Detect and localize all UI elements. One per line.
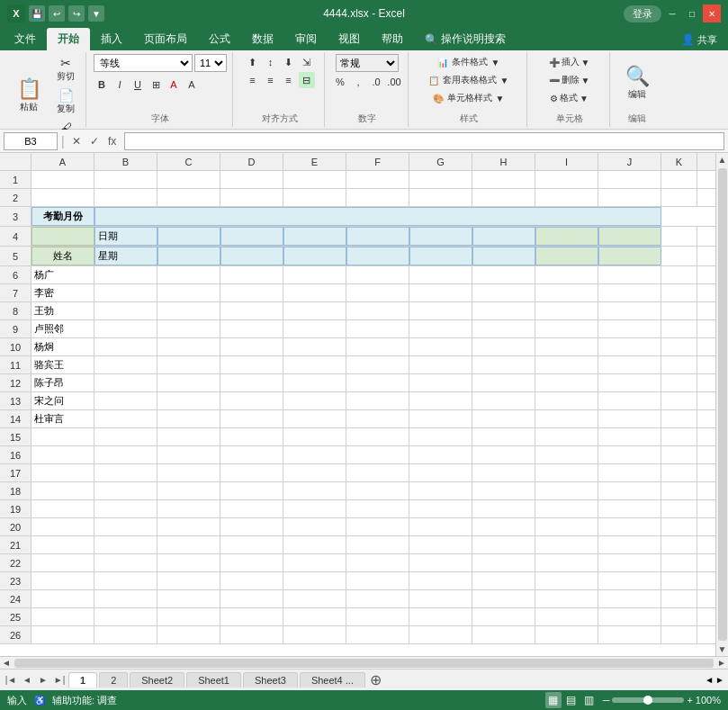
formula-confirm-btn[interactable]: ✓ (86, 133, 103, 149)
underline-btn[interactable]: U (130, 76, 146, 93)
minimize-btn[interactable]: ─ (663, 4, 681, 22)
col-header-j[interactable]: J (598, 153, 661, 170)
sheet-tab-2[interactable]: 2 (99, 672, 128, 688)
login-btn[interactable]: 登录 (624, 5, 661, 22)
cell-j1[interactable] (598, 171, 661, 188)
zoom-slider[interactable] (612, 697, 684, 703)
cell-c1[interactable] (157, 171, 220, 188)
cell-a11[interactable]: 骆宾王 (31, 356, 94, 373)
border-btn[interactable]: ⊞ (148, 76, 164, 93)
col-header-d[interactable]: D (220, 153, 283, 170)
cell-f10[interactable] (346, 338, 409, 355)
cell-e6[interactable] (283, 266, 346, 283)
cell-h6[interactable] (472, 266, 535, 283)
cell-h7[interactable] (472, 284, 535, 301)
cell-j14[interactable] (598, 410, 661, 427)
wrap-text-btn[interactable]: ⇲ (299, 54, 315, 70)
cell-k5[interactable] (661, 247, 697, 265)
zoom-out-btn[interactable]: ─ (603, 695, 610, 706)
cell-b8[interactable] (94, 302, 157, 319)
cut-btn[interactable]: ✂剪切 (51, 54, 80, 85)
maximize-btn[interactable]: □ (683, 4, 701, 22)
cell-a12[interactable]: 陈子昂 (31, 374, 94, 391)
cell-i8[interactable] (535, 302, 598, 319)
col-header-c[interactable]: C (157, 153, 220, 170)
tab-review[interactable]: 审阅 (284, 28, 328, 50)
cell-g5[interactable] (409, 247, 472, 265)
tab-home[interactable]: 开始 (47, 28, 90, 50)
cell-d9[interactable] (220, 320, 283, 337)
cell-c11[interactable] (157, 356, 220, 373)
cell-e14[interactable] (283, 410, 346, 427)
font-size-select[interactable]: 11 (194, 54, 227, 72)
accessibility-icon[interactable]: ♿ (34, 696, 45, 706)
cell-c4[interactable] (157, 227, 220, 246)
cell-b11[interactable] (94, 356, 157, 373)
cell-b2[interactable] (94, 189, 157, 206)
cell-c14[interactable] (157, 410, 220, 427)
cell-c8[interactable] (157, 302, 220, 319)
cell-e9[interactable] (283, 320, 346, 337)
cell-j5[interactable] (598, 247, 661, 265)
cell-a1[interactable] (31, 171, 94, 188)
cell-f13[interactable] (346, 392, 409, 409)
thousand-btn[interactable]: , (350, 74, 366, 90)
sheet-tab-sheet1[interactable]: Sheet1 (186, 672, 241, 688)
cell-g9[interactable] (409, 320, 472, 337)
cell-f4[interactable] (346, 227, 409, 246)
cell-d1[interactable] (220, 171, 283, 188)
cell-g13[interactable] (409, 392, 472, 409)
cell-i11[interactable] (535, 356, 598, 373)
sheet-nav-next[interactable]: ► (36, 673, 50, 688)
fill-color-btn[interactable]: A (166, 76, 182, 93)
undo-quick-btn[interactable]: ↩ (49, 5, 65, 22)
cell-h8[interactable] (472, 302, 535, 319)
tab-search[interactable]: 🔍操作说明搜索 (414, 28, 517, 50)
cell-k10[interactable] (661, 338, 697, 355)
sheet-tab-1[interactable]: 1 (68, 672, 97, 688)
cell-k1[interactable] (661, 171, 697, 188)
align-left-btn[interactable]: ≡ (245, 72, 261, 88)
cell-k13[interactable] (661, 392, 697, 409)
cell-k11[interactable] (661, 356, 697, 373)
tab-file[interactable]: 文件 (4, 28, 47, 50)
cell-f12[interactable] (346, 374, 409, 391)
cell-g1[interactable] (409, 171, 472, 188)
tab-data[interactable]: 数据 (241, 28, 284, 50)
cell-i6[interactable] (535, 266, 598, 283)
tab-view[interactable]: 视图 (328, 28, 371, 50)
number-format-select[interactable]: 常规 (336, 54, 399, 72)
cell-a14[interactable]: 杜审言 (31, 410, 94, 427)
tab-page-layout[interactable]: 页面布局 (133, 28, 198, 50)
cell-a10[interactable]: 杨炯 (31, 338, 94, 355)
sheet-nav-prev[interactable]: ◄ (20, 673, 34, 688)
delete-cells-btn[interactable]: ➖删除▼ (545, 72, 594, 88)
sheet-scroll-left[interactable]: ◄ (705, 675, 714, 685)
cell-i9[interactable] (535, 320, 598, 337)
cell-a8[interactable]: 王勃 (31, 302, 94, 319)
copy-btn[interactable]: 📄复制 (51, 86, 80, 117)
italic-btn[interactable]: I (112, 76, 128, 93)
font-color-btn[interactable]: A (184, 76, 200, 93)
cell-h11[interactable] (472, 356, 535, 373)
sheet-tab-sheet3[interactable]: Sheet3 (243, 672, 298, 688)
cell-h5[interactable] (472, 247, 535, 265)
cell-i14[interactable] (535, 410, 598, 427)
cell-c12[interactable] (157, 374, 220, 391)
cell-a3[interactable]: 考勤月份 (31, 207, 94, 226)
paste-btn[interactable]: 📋 粘贴 (9, 68, 49, 122)
cell-f1[interactable] (346, 171, 409, 188)
cell-reference-box[interactable]: B3 (4, 132, 58, 150)
cell-g2[interactable] (409, 189, 472, 206)
cell-e7[interactable] (283, 284, 346, 301)
cell-b1[interactable] (94, 171, 157, 188)
formula-cancel-btn[interactable]: ✕ (68, 133, 85, 149)
cell-g8[interactable] (409, 302, 472, 319)
table-format-btn[interactable]: 📋套用表格格式▼ (425, 72, 513, 88)
save-quick-btn[interactable]: 💾 (29, 5, 45, 22)
scroll-thumb[interactable] (718, 168, 727, 641)
cell-i7[interactable] (535, 284, 598, 301)
scroll-left-btn[interactable]: ◄ (2, 658, 11, 668)
cell-h14[interactable] (472, 410, 535, 427)
view-normal-btn[interactable]: ▦ (545, 692, 562, 708)
